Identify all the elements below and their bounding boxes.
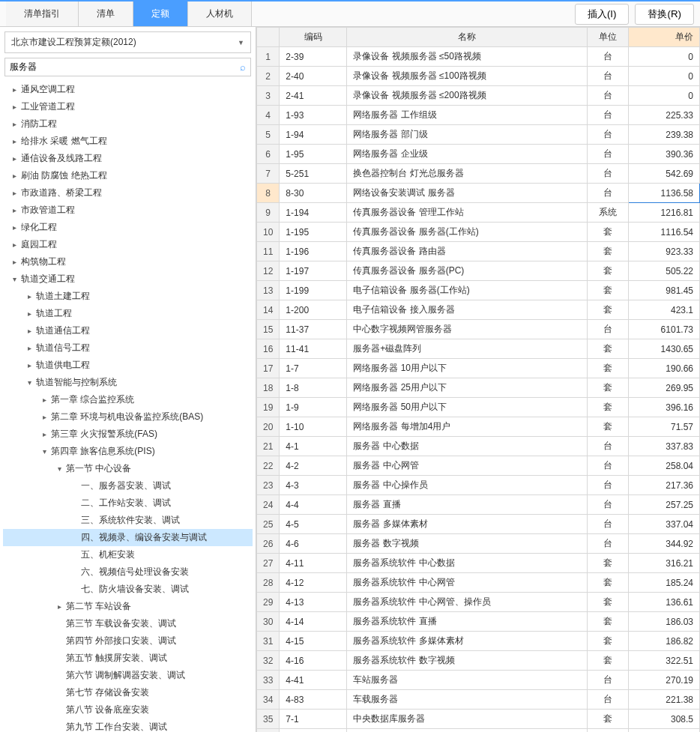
- cell-code[interactable]: 2-40: [280, 67, 347, 86]
- cell-unit[interactable]: 套: [588, 417, 629, 437]
- cell-code[interactable]: 4-2: [280, 456, 347, 476]
- tree-item[interactable]: 三、系统软件安装、调试: [3, 512, 253, 529]
- table-row[interactable]: 101-195传真服务器设备 服务器(工作站)套1116.54: [257, 223, 700, 242]
- cell-name[interactable]: 传真服务器设备 路由器: [347, 242, 588, 261]
- chevron-right-icon[interactable]: ▸: [9, 258, 19, 266]
- cell-price[interactable]: 217.36: [629, 476, 700, 495]
- cell-code[interactable]: 1-8: [280, 378, 347, 398]
- table-row[interactable]: 61-95网络服务器 企业级台390.36: [257, 145, 700, 164]
- cell-code[interactable]: 8-30: [280, 184, 347, 203]
- cell-code[interactable]: 4-14: [280, 612, 347, 632]
- cell-code[interactable]: 4-6: [280, 534, 347, 554]
- tree-item[interactable]: ▸第一章 综合监控系统: [3, 391, 253, 408]
- cell-unit[interactable]: 台: [588, 534, 629, 554]
- tree-item[interactable]: ▸绿化工程: [3, 219, 253, 236]
- tree-item[interactable]: ▸通信设备及线路工程: [3, 150, 253, 167]
- cell-price[interactable]: 0: [629, 47, 700, 67]
- cell-unit[interactable]: 台: [588, 145, 629, 164]
- table-row[interactable]: 214-1服务器 中心数据台337.83: [257, 437, 700, 456]
- cell-unit[interactable]: 套: [588, 710, 629, 729]
- cell-code[interactable]: 1-93: [280, 106, 347, 125]
- cell-name[interactable]: 中央数据库服务器: [347, 710, 588, 729]
- cell-price[interactable]: 1430.65: [629, 339, 700, 359]
- cell-unit[interactable]: 套: [588, 378, 629, 398]
- cell-price[interactable]: 270.19: [629, 671, 700, 690]
- table-row[interactable]: 22-40录像设备 视频服务器 ≤100路视频台0: [257, 67, 700, 86]
- tree-item[interactable]: ▸庭园工程: [3, 236, 253, 253]
- cell-code[interactable]: 1-199: [280, 281, 347, 300]
- cell-price[interactable]: 136.61: [629, 593, 700, 612]
- cell-price[interactable]: 505.22: [629, 261, 700, 281]
- search-icon[interactable]: ⌕: [240, 61, 246, 73]
- table-row[interactable]: 201-10网络服务器 每增加4用户套71.57: [257, 417, 700, 437]
- cell-price[interactable]: 269.95: [629, 378, 700, 398]
- tree-item[interactable]: 第九节 工作台安装、调试: [3, 719, 253, 732]
- cell-unit[interactable]: 台: [588, 67, 629, 86]
- cell-price[interactable]: 239.38: [629, 125, 700, 145]
- cell-name[interactable]: 电子信箱设备 接入服务器: [347, 300, 588, 320]
- cell-name[interactable]: 车载服务器: [347, 690, 588, 710]
- cell-code[interactable]: 1-194: [280, 203, 347, 223]
- cell-name[interactable]: 网络服务器 50用户以下: [347, 398, 588, 417]
- table-row[interactable]: 51-94网络服务器 部门级台239.38: [257, 125, 700, 145]
- chevron-right-icon[interactable]: ▸: [39, 396, 49, 404]
- tree-item[interactable]: 第四节 外部接口安装、调试: [3, 632, 253, 650]
- chevron-right-icon[interactable]: ▸: [9, 154, 19, 163]
- chevron-right-icon[interactable]: ▸: [39, 430, 49, 438]
- tree-item[interactable]: ▾第四章 旅客信息系统(PIS): [3, 443, 253, 460]
- tree-item[interactable]: 六、视频信号处理设备安装: [3, 563, 253, 581]
- tree-item[interactable]: ▸市政管道工程: [3, 202, 253, 219]
- tree-item[interactable]: ▾轨道智能与控制系统: [3, 374, 253, 391]
- cell-name[interactable]: 服务器系统软件 多媒体素材: [347, 632, 588, 651]
- cell-name[interactable]: 录像设备 视频服务器 ≤200路视频: [347, 86, 588, 106]
- cell-code[interactable]: 2-39: [280, 47, 347, 67]
- cell-name[interactable]: 服务器系统软件 数字视频: [347, 651, 588, 671]
- cell-unit[interactable]: 台: [588, 437, 629, 456]
- chevron-right-icon[interactable]: ▸: [39, 413, 49, 421]
- cell-name[interactable]: 传真服务器设备 管理工作站: [347, 203, 588, 223]
- cell-code[interactable]: 1-196: [280, 242, 347, 261]
- chevron-right-icon[interactable]: ▸: [9, 206, 19, 214]
- cell-price[interactable]: 316.21: [629, 554, 700, 573]
- cell-code[interactable]: 1-10: [280, 417, 347, 437]
- cell-code[interactable]: 4-83: [280, 690, 347, 710]
- cell-price[interactable]: 257.25: [629, 495, 700, 515]
- cell-unit[interactable]: 台: [588, 47, 629, 67]
- chevron-right-icon[interactable]: ▸: [9, 120, 19, 128]
- cell-price[interactable]: 1116.54: [629, 223, 700, 242]
- tree-item[interactable]: ▸第二章 环境与机电设备监控系统(BAS): [3, 408, 253, 426]
- table-row[interactable]: 254-5服务器 多媒体素材台337.04: [257, 515, 700, 534]
- header-name[interactable]: 名称: [347, 28, 588, 47]
- tree-item[interactable]: 第七节 存储设备安装: [3, 684, 253, 701]
- tree-item[interactable]: ▸通风空调工程: [3, 81, 253, 98]
- cell-code[interactable]: 4-1: [280, 437, 347, 456]
- chevron-right-icon[interactable]: ▸: [54, 602, 64, 611]
- cell-name[interactable]: 服务器+磁盘阵列: [347, 339, 588, 359]
- cell-price[interactable]: 261.85: [629, 729, 700, 733]
- tree-item[interactable]: ▸刷油 防腐蚀 绝热工程: [3, 167, 253, 184]
- cell-unit[interactable]: 台: [588, 125, 629, 145]
- table-row[interactable]: 1511-37中心数字视频网管服务器台6101.73: [257, 320, 700, 339]
- cell-name[interactable]: 服务器 数字视频: [347, 534, 588, 554]
- table-row[interactable]: 12-39录像设备 视频服务器 ≤50路视频台0: [257, 47, 700, 67]
- chevron-right-icon[interactable]: ▸: [9, 241, 19, 249]
- cell-unit[interactable]: 台: [588, 320, 629, 339]
- cell-price[interactable]: 981.45: [629, 281, 700, 300]
- chevron-down-icon[interactable]: ▾: [39, 447, 49, 456]
- cell-code[interactable]: 1-197: [280, 261, 347, 281]
- table-row[interactable]: 1611-41服务器+磁盘阵列套1430.65: [257, 339, 700, 359]
- cell-price[interactable]: 542.69: [629, 164, 700, 184]
- cell-price[interactable]: 71.57: [629, 417, 700, 437]
- cell-price[interactable]: 1216.81: [629, 203, 700, 223]
- table-row[interactable]: 88-30网络设备安装调试 服务器台1136.58: [257, 184, 700, 203]
- tree-item[interactable]: ▸市政道路、桥梁工程: [3, 184, 253, 202]
- tree-item[interactable]: 第八节 设备底座安装: [3, 701, 253, 719]
- cell-name[interactable]: 网络服务器 部门级: [347, 125, 588, 145]
- tree-item[interactable]: ▸轨道信号工程: [3, 339, 253, 357]
- tree-item[interactable]: ▸第三章 火灾报警系统(FAS): [3, 426, 253, 443]
- cell-price[interactable]: 225.33: [629, 106, 700, 125]
- chevron-right-icon[interactable]: ▸: [24, 344, 34, 352]
- cell-price[interactable]: 423.1: [629, 300, 700, 320]
- table-row[interactable]: 244-4服务器 直播台257.25: [257, 495, 700, 515]
- cell-name[interactable]: 车站售票服务器: [347, 729, 588, 733]
